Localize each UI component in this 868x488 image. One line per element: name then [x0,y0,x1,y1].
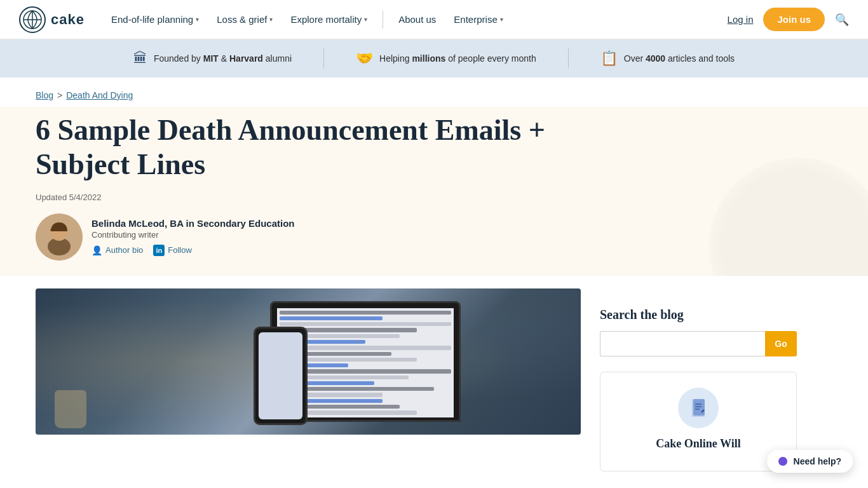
brand-name: cake [51,11,85,28]
will-icon [678,388,719,428]
breadcrumb-current[interactable]: Death And Dying [66,90,133,100]
linkedin-follow[interactable]: in Follow [153,245,192,256]
article-updated-date: Updated 5/4/2022 [36,193,832,202]
brand-logo[interactable]: cake [19,6,85,33]
article-title: 6 Sample Death Announcement Emails + Sub… [36,113,576,182]
author-links: 👤 Author bio in Follow [92,245,295,256]
login-link[interactable]: Log in [728,14,754,25]
sidebar-search-title: Search the blog [600,308,797,322]
articles-icon: 📋 [600,50,618,67]
author-name: Belinda McLeod, BA in Secondary Educatio… [92,218,295,229]
sidebar: Search the blog Go Cake Online Will [600,288,797,471]
nav-divider [383,11,383,29]
sidebar-search-row: Go [600,331,797,356]
chat-label: Need help? [794,456,841,466]
svg-rect-8 [693,399,705,416]
chevron-down-icon: ▾ [500,16,503,23]
nav-item-mortality[interactable]: Explore mortality ▾ [283,9,375,30]
sidebar-search-input[interactable] [600,331,765,356]
nav-item-about[interactable]: About us [391,9,444,30]
cup-decoration [55,390,86,428]
author-role: Contributing writer [92,230,295,240]
trust-item-articles: 📋 Over 4000 articles and tools [569,50,766,67]
person-icon: 👤 [92,245,102,255]
nav-item-loss[interactable]: Loss & grief ▾ [209,9,280,30]
breadcrumb: Blog > Death And Dying [0,78,868,107]
trust-bar: 🏛 Founded by MIT & Harvard alumni 🤝 Help… [0,39,868,78]
trust-item-founded: 🏛 Founded by MIT & Harvard alumni [102,50,323,67]
author-info: Belinda McLeod, BA in Secondary Educatio… [92,218,295,256]
nav-links: End-of-life planning ▾ Loss & grief ▾ Ex… [104,9,728,30]
breadcrumb-blog[interactable]: Blog [36,90,53,100]
institution-icon: 🏛 [133,50,147,67]
author-avatar [36,214,83,261]
phone-screen [259,332,302,419]
chevron-down-icon: ▾ [364,16,367,23]
author-bio-link[interactable]: 👤 Author bio [92,245,143,255]
sidebar-search-button[interactable]: Go [765,331,797,356]
chat-icon [778,457,787,466]
chevron-down-icon: ▾ [196,16,199,23]
chevron-down-icon: ▾ [269,16,273,23]
search-icon[interactable]: 🔍 [835,13,849,27]
join-button[interactable]: Join us [763,8,825,31]
article-image-section [36,288,581,471]
phone-decoration [254,327,308,425]
nav-item-eol[interactable]: End-of-life planning ▾ [104,9,207,30]
breadcrumb-separator: > [57,90,62,100]
main-nav: cake End-of-life planning ▾ Loss & grief… [0,0,868,39]
nav-item-enterprise[interactable]: Enterprise ▾ [446,9,510,30]
sidebar-card-title: Cake Online Will [613,437,783,451]
author-section: Belinda McLeod, BA in Secondary Educatio… [36,214,832,276]
chat-bubble[interactable]: Need help? [767,450,853,471]
linkedin-icon: in [153,245,165,256]
trust-item-helping: 🤝 Helping millions of people every month [324,50,568,67]
article-image [36,288,581,435]
nav-right: Log in Join us 🔍 [728,8,849,31]
heart-icon: 🤝 [356,50,373,67]
